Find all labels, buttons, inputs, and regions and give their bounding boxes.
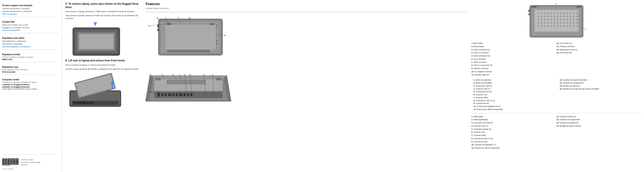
svg-point-154 [554,22,555,23]
reg-type-title: Regulatory type [2,66,59,68]
es-label-item: 6. Conector VGA [474,93,553,96]
en-callout-item: 4. USB 2.0 connector [472,51,556,54]
svg-rect-82 [187,93,189,96]
svg-rect-13 [10,158,10,165]
svg-point-169 [560,25,561,27]
svg-point-130 [560,16,561,17]
svg-point-122 [576,12,578,14]
svg-text:2: 2 [178,17,179,19]
svg-point-124 [541,16,542,17]
svg-point-168 [557,25,558,27]
svg-rect-15 [11,158,12,165]
pt-callout-item: 6. Conector VGA [472,131,556,134]
svg-text:5: 5 [190,74,190,76]
svg-rect-175 [532,6,536,8]
svg-point-167 [554,25,555,27]
svg-rect-21 [15,158,15,165]
svg-point-116 [557,12,558,14]
svg-rect-177 [528,9,530,12]
svg-rect-80 [179,93,182,96]
es-labels-left: 1. Botón de expulsión2. Botón de encendi… [474,79,553,111]
svg-point-151 [544,22,545,23]
svg-point-170 [563,25,564,27]
en-callouts-right: 12. Front hooks (2)13. Docking connector… [556,42,642,76]
es-labels-right: 12. Ganchos de sujeción frontales13. Con… [560,79,639,111]
svg-text:13: 13 [156,17,158,19]
svg-point-172 [570,25,571,27]
svg-rect-49 [112,84,113,88]
svg-text:15: 15 [224,34,226,36]
divider-4 [2,62,59,62]
svg-point-118 [563,12,564,14]
step-5-block: 5 To remove laptop, press eject button o… [65,2,140,56]
svg-text:7: 7 [179,74,180,76]
es-label-item: 8. Conectores USB 3.0 (3) [474,99,553,102]
step-5-heading: 5 To remove laptop, press eject button o… [65,2,140,9]
printed-info: Printed in China. Printed on recycled pa… [21,159,41,166]
svg-rect-18 [13,158,13,165]
svg-rect-45 [92,102,93,104]
pt-section: 1. Botão ejetar2. Botão liga/desliga3. C… [472,113,642,149]
features-title: Features [146,2,466,6]
svg-point-155 [557,22,558,23]
computer-model-value1: Latitude 12 Rugged Extreme [2,83,59,86]
support-link[interactable]: dell.com/support [2,13,59,15]
computer-model-label: Modelo do computador | Modelo de equipo [2,81,59,83]
svg-text:1: 1 [165,17,166,19]
step-5-title: To remove laptop, press eject button on … [65,2,138,9]
en-callout-item: 2. Power button [472,45,556,48]
step-6-block: 6 Lift rear of laptop and extract from f… [65,59,140,107]
es-label-item: 1. Botón de expulsión [474,79,553,81]
barcode-svg: 0501M0A05 [2,158,19,166]
pt-callout-item-right: 13. Conector de acoplamento [556,118,642,121]
svg-point-161 [576,22,578,23]
steps-column: 5 To remove laptop, press eject button o… [62,0,143,172]
en-callout-item-right: 15. Front hook tray [556,51,642,54]
svg-text:4: 4 [216,40,217,42]
svg-rect-25 [17,158,18,165]
support-label-pt: Suporte ao produto e manuais [2,7,59,10]
step-6-title: Lift rear of laptop and extract from fro… [68,59,125,62]
reg-model-label: Modelo regulatório | Modelo normativo [2,56,59,58]
pt-callout-item: 4. Conector USB 2.0 [472,125,556,128]
en-callout-item: 9. Network connector [472,67,556,70]
en-callout-item: 6. VGA connector [472,58,556,60]
svg-rect-75 [162,93,163,96]
svg-rect-26 [18,158,18,165]
svg-rect-87 [216,78,222,80]
regulatory-link[interactable]: dell.com/regulatory_compliance [2,45,59,48]
pt-callout-item: 7. Conector HDMI [472,134,556,137]
svg-point-152 [547,22,548,23]
svg-text:4: 4 [203,74,204,76]
en-callouts-row: 1. Eject button2. Power button3. Audio c… [472,42,642,76]
svg-point-138 [544,19,545,20]
pt-callout-item: 3. Conectores de áudio (2) [472,122,556,124]
svg-rect-57 [167,50,210,52]
pt-callouts-left: 1. Botão ejetar2. Botão liga/desliga3. C… [472,115,556,149]
svg-rect-83 [190,93,192,96]
svg-point-158 [566,22,568,23]
svg-text:10: 10 [149,91,152,93]
en-callout-item: 3. Audio connectors (2) [472,48,556,51]
svg-text:3: 3 [216,43,217,45]
svg-point-139 [547,19,548,20]
sidebar: Product support and manuals Suporte ao p… [0,0,62,172]
svg-point-111 [541,12,542,14]
copyright: © 2014 Dell Inc. [2,168,59,170]
pt-callout-item: 1. Botão ejetar [472,115,556,118]
svg-point-147 [573,19,574,20]
svg-rect-2 [3,158,4,165]
svg-rect-74 [157,93,160,97]
contact-link[interactable]: dell.com/contactdell [2,29,59,31]
svg-rect-19 [13,158,14,165]
svg-point-133 [570,16,571,17]
svg-point-162 [538,25,539,27]
svg-point-171 [566,25,568,27]
pt-callout-item: 2. Botão liga/desliga [472,118,556,121]
svg-point-115 [554,12,555,14]
reg-type-label: Tipo regulatório | Tipo normativo [2,69,59,71]
step-5-text-es: Para extraer el portátil, presione el bo… [65,14,140,20]
svg-point-129 [557,16,558,17]
pt-callout-item-right: 15. Bandeja do gancho frontal [556,125,642,128]
svg-rect-16 [12,158,12,165]
